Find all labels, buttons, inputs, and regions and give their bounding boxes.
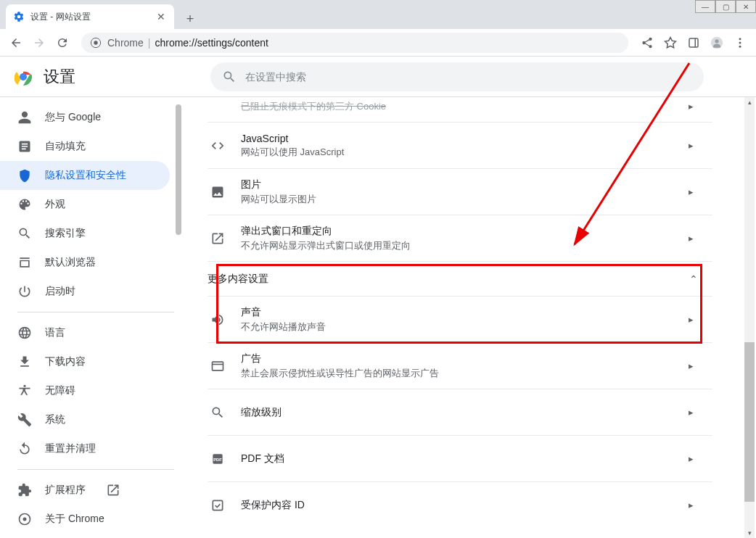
sidebar-item-label: 自动填充 <box>45 140 86 153</box>
scroll-thumb[interactable] <box>744 342 755 502</box>
close-tab-icon[interactable]: ✕ <box>155 11 167 22</box>
section-title: 更多内容设置 <box>208 273 268 286</box>
pdf-icon: PDF <box>209 450 226 468</box>
close-window-button[interactable]: ✕ <box>736 0 756 13</box>
sidebar-item-label: 外观 <box>45 198 65 211</box>
content-scrollbar[interactable]: ▴ ▾ <box>744 97 755 538</box>
chrome-logo-icon <box>15 68 32 86</box>
row-title: 弹出式窗口和重定向 <box>241 225 669 238</box>
chevron-right-icon: ▸ <box>683 231 698 246</box>
sidebar-item-languages[interactable]: 语言 <box>0 318 170 347</box>
zoom-icon <box>209 404 226 421</box>
sidebar-scrollbar[interactable] <box>176 104 181 531</box>
url-text: Chrome|chrome://settings/content <box>107 37 268 49</box>
setting-row-pdf[interactable]: PDF PDF 文档 ▸ <box>208 435 712 481</box>
sidebar-item-label: 系统 <box>45 413 65 426</box>
row-title: JavaScript <box>241 133 669 144</box>
chevron-right-icon: ▸ <box>683 452 698 466</box>
new-tab-button[interactable]: + <box>180 9 200 29</box>
setting-row-protected-content[interactable]: 受保护内容 ID ▸ <box>208 481 712 528</box>
sidebar-item-label: 扩展程序 <box>45 484 86 497</box>
sidebar-item-reset-cleanup[interactable]: 重置并清理 <box>0 434 170 463</box>
chevron-right-icon: ▸ <box>683 185 698 199</box>
sidebar-item-extensions[interactable]: 扩展程序 <box>0 476 170 505</box>
sidebar: 您与 Google 自动填充 隐私设置和安全性 外观 搜索引擎 默认浏览器 <box>0 97 186 538</box>
svg-rect-14 <box>213 362 223 371</box>
profile-icon[interactable] <box>707 33 727 53</box>
row-subtitle: 网站可以使用 JavaScript <box>241 146 669 159</box>
ads-icon <box>209 357 226 375</box>
sidebar-item-accessibility[interactable]: 无障碍 <box>0 376 170 405</box>
maximize-button[interactable]: ▢ <box>715 0 736 13</box>
scroll-down-icon[interactable]: ▾ <box>744 528 755 538</box>
sidebar-item-on-startup[interactable]: 启动时 <box>0 277 170 306</box>
minimize-button[interactable]: — <box>695 0 715 13</box>
setting-row-zoom[interactable]: 缩放级别 ▸ <box>208 389 712 435</box>
sidebar-item-default-browser[interactable]: 默认浏览器 <box>0 248 170 277</box>
sidebar-item-privacy-security[interactable]: 隐私设置和安全性 <box>0 161 170 190</box>
setting-row-sound[interactable]: 声音 不允许网站播放声音 ▸ <box>208 296 712 342</box>
extensions-panel-icon[interactable] <box>683 33 704 53</box>
sidebar-item-label: 无障碍 <box>45 384 75 397</box>
sidebar-item-label: 语言 <box>45 326 65 339</box>
setting-row-popups[interactable]: 弹出式窗口和重定向 不允许网站显示弹出式窗口或使用重定向 ▸ <box>208 215 712 261</box>
row-subtitle: 已阻止无痕模式下的第三方 Cookie <box>241 100 669 113</box>
back-button[interactable] <box>6 33 26 53</box>
sidebar-item-downloads[interactable]: 下载内容 <box>0 347 170 376</box>
row-title: 受保护内容 ID <box>241 499 669 512</box>
sidebar-item-autofill[interactable]: 自动填充 <box>0 132 170 161</box>
section-header-more-content[interactable]: 更多内容设置 ⌃ <box>208 261 712 296</box>
search-input[interactable] <box>245 71 692 83</box>
chevron-right-icon: ▸ <box>683 138 698 153</box>
sidebar-item-about-chrome[interactable]: 关于 Chrome <box>0 505 170 534</box>
chevron-right-icon: ▸ <box>683 313 698 327</box>
popup-icon <box>209 230 226 247</box>
chevron-right-icon: ▸ <box>683 498 698 513</box>
search-icon <box>222 70 237 84</box>
svg-point-7 <box>739 41 741 44</box>
tab-title: 设置 - 网站设置 <box>30 11 91 23</box>
gear-icon <box>13 11 25 22</box>
chrome-page-icon <box>90 37 102 49</box>
forward-button[interactable] <box>29 33 49 53</box>
svg-point-5 <box>715 39 718 43</box>
chevron-right-icon: ▸ <box>683 99 698 113</box>
svg-point-1 <box>94 41 97 44</box>
window-controls: — ▢ ✕ <box>695 0 756 13</box>
sidebar-item-you-and-google[interactable]: 您与 Google <box>0 103 170 132</box>
sidebar-item-system[interactable]: 系统 <box>0 405 170 434</box>
sidebar-item-label: 默认浏览器 <box>45 256 96 269</box>
setting-row-cookies[interactable]: 已阻止无痕模式下的第三方 Cookie ▸ <box>208 97 712 122</box>
sidebar-item-search-engine[interactable]: 搜索引擎 <box>0 219 170 248</box>
svg-rect-18 <box>213 500 222 510</box>
cookie-icon <box>209 97 226 115</box>
sidebar-item-label: 隐私设置和安全性 <box>45 169 126 182</box>
chevron-up-icon: ⌃ <box>689 273 698 285</box>
sidebar-item-label: 关于 Chrome <box>45 513 104 526</box>
row-subtitle: 禁止会展示侵扰性或误导性广告的网站显示广告 <box>241 367 669 380</box>
setting-row-images[interactable]: 图片 网站可以显示图片 ▸ <box>208 168 712 215</box>
image-icon <box>209 183 226 201</box>
svg-point-6 <box>739 38 741 40</box>
browser-tab[interactable]: 设置 - 网站设置 ✕ <box>6 4 174 29</box>
settings-search[interactable] <box>210 62 704 91</box>
menu-icon[interactable] <box>730 33 750 53</box>
code-icon <box>209 137 226 154</box>
protected-content-icon <box>209 497 226 514</box>
sidebar-item-label: 下载内容 <box>45 355 86 368</box>
svg-point-8 <box>739 45 741 47</box>
sidebar-item-label: 您与 Google <box>45 111 101 124</box>
sidebar-item-appearance[interactable]: 外观 <box>0 190 170 219</box>
setting-row-ads[interactable]: 广告 禁止会展示侵扰性或误导性广告的网站显示广告 ▸ <box>208 342 712 389</box>
scroll-up-icon[interactable]: ▴ <box>744 97 755 107</box>
reload-button[interactable] <box>52 33 73 53</box>
sidebar-divider <box>17 469 174 470</box>
svg-text:PDF: PDF <box>213 458 222 462</box>
star-icon[interactable] <box>660 33 681 53</box>
page-title: 设置 <box>44 66 75 88</box>
content-area: 已阻止无痕模式下的第三方 Cookie ▸ JavaScript 网站可以使用 … <box>186 97 756 538</box>
setting-row-javascript[interactable]: JavaScript 网站可以使用 JavaScript ▸ <box>208 122 712 168</box>
row-subtitle: 不允许网站播放声音 <box>241 320 669 334</box>
share-icon[interactable] <box>637 33 657 53</box>
address-bar[interactable]: Chrome|chrome://settings/content <box>81 33 628 53</box>
